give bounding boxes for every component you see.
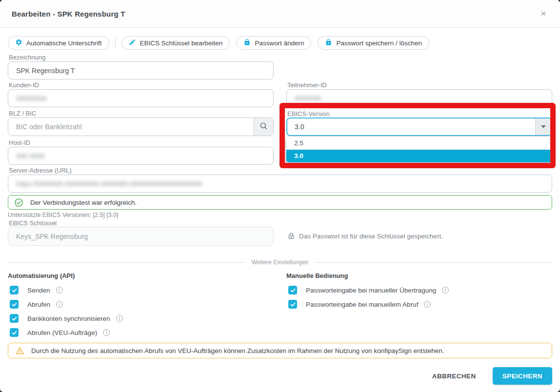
info-icon[interactable]: i <box>56 287 63 294</box>
checkbox-label: Abrufen <box>27 301 50 308</box>
checkbox-checked[interactable] <box>288 286 297 294</box>
save-delete-password-button[interactable]: Passwort speichern / löschen <box>318 36 429 50</box>
checkbox-checked[interactable] <box>10 300 19 309</box>
dropdown-toggle[interactable] <box>535 118 551 135</box>
blz-bic-input[interactable] <box>8 118 254 136</box>
dropdown-option-3-0[interactable]: 3.0 <box>286 150 552 162</box>
blz-bic-label: BLZ / BIC <box>9 110 36 117</box>
teilnehmer-id-input[interactable]: 0000000 <box>286 89 552 107</box>
close-icon[interactable]: × <box>538 8 549 20</box>
server-url-input[interactable]: https://0000000.000000000-0000000.00/000… <box>8 175 552 193</box>
ebics-keys-label: EBICS Schlüssel <box>9 219 57 227</box>
save-button[interactable]: SPEICHERN <box>493 367 552 385</box>
host-id-input[interactable]: 000 0000 <box>8 147 274 165</box>
masked-value: 00000000 <box>16 95 46 102</box>
pencil-icon <box>129 39 136 47</box>
checkbox-checked[interactable] <box>10 286 19 294</box>
dialog-header: Bearbeiten - SPK Regensburg T × <box>0 0 560 28</box>
kunden-id-label: Kunden-ID <box>9 81 39 89</box>
toolbar: Automatische Unterschrift EBICS Schlüsse… <box>8 36 429 50</box>
edit-ebics-dialog: Bearbeiten - SPK Regensburg T × Automati… <box>0 0 560 392</box>
checkbox-row-senden: Senden i <box>8 285 63 295</box>
masked-value: https://0000000.000000000-0000000.00/000… <box>16 180 202 188</box>
info-icon[interactable]: i <box>424 301 431 308</box>
checkbox-label: Senden <box>27 287 50 294</box>
lock-icon <box>325 39 332 47</box>
warning-text: Durch die Nutzung des automatischen Abru… <box>31 347 444 354</box>
ebics-keys-value: Keys_SPK Regensburg <box>16 233 88 240</box>
checkbox-checked[interactable] <box>10 314 19 323</box>
info-icon[interactable]: i <box>56 301 63 308</box>
info-icon[interactable]: i <box>116 315 123 322</box>
password-saved-note: Das Passwort ist für diese Schlüssel ges… <box>287 232 443 240</box>
checkbox-row-bankkonten-sync: Bankkonten synchronisieren i <box>8 313 123 324</box>
bezeichnung-label: Bezeichnung <box>9 54 45 61</box>
checkbox-row-abrufen-veu: Abrufen (VEU-Aufträge) i <box>8 327 110 338</box>
connection-success-banner: Der Verbindungstest war erfolgreich. <box>8 195 552 210</box>
checkbox-checked[interactable] <box>10 328 19 337</box>
masked-value: 0000000 <box>295 95 321 102</box>
settings-divider: Weitere Einstellungen <box>8 259 552 266</box>
dialog-title: Bearbeiten - SPK Regensburg T <box>12 0 125 28</box>
ebics-keys-input: Keys_SPK Regensburg <box>8 227 274 246</box>
host-id-label: Host-ID <box>9 139 30 146</box>
checkbox-label: Passworteingabe bei manueller Übertragun… <box>306 287 436 294</box>
ebics-version-selected-value: 3.0 <box>287 123 535 131</box>
lock-check-icon <box>287 232 295 240</box>
gear-icon <box>15 39 22 47</box>
password-saved-text: Das Passwort ist für diese Schlüssel ges… <box>299 233 443 240</box>
automation-section-title: Automatisierung (API) <box>8 272 75 279</box>
edit-ebics-keys-button[interactable]: EBICS Schlüssel bearbeiten <box>121 36 230 50</box>
divider-line <box>315 262 552 263</box>
check-circle-icon <box>14 198 23 207</box>
info-icon[interactable]: i <box>103 329 110 336</box>
ebics-version-dropdown-menu: 2.5 3.0 <box>286 137 552 164</box>
automatic-signature-button[interactable]: Automatische Unterschrift <box>8 36 109 50</box>
lock-icon <box>243 39 251 47</box>
server-url-label: Server-Adresse (URL) <box>9 167 72 174</box>
kunden-id-input[interactable]: 00000000 <box>8 89 274 107</box>
bank-search-button[interactable] <box>254 118 273 136</box>
checkbox-label: Passworteingabe bei manuellem Abruf <box>306 301 418 308</box>
toolbar-divider <box>115 37 116 49</box>
teilnehmer-id-label: Teilnehmer-ID <box>287 81 327 89</box>
checkbox-row-pw-uebertragung: Passworteingabe bei manueller Übertragun… <box>286 285 449 295</box>
dialog-footer: ABBRECHEN SPEICHERN <box>428 367 552 385</box>
chevron-down-icon <box>541 125 546 128</box>
checkbox-checked[interactable] <box>288 300 297 309</box>
divider-line <box>8 262 245 263</box>
search-icon <box>259 121 268 133</box>
toolbar-button-label: Passwort speichern / löschen <box>336 39 422 47</box>
connection-success-text: Der Verbindungstest war erfolgreich. <box>30 199 137 206</box>
toolbar-button-label: Automatische Unterschrift <box>26 39 102 47</box>
checkbox-row-pw-abruf: Passworteingabe bei manuellem Abruf i <box>286 299 431 310</box>
ebics-version-label: EBICS-Version <box>287 110 330 118</box>
checkbox-label: Abrufen (VEU-Aufträge) <box>27 329 97 336</box>
bezeichnung-input[interactable] <box>8 61 274 79</box>
veu-cost-warning-banner: Durch die Nutzung des automatischen Abru… <box>8 343 552 358</box>
masked-value: 000 0000 <box>16 152 44 160</box>
supported-versions-text: Unterstützte EBICS Versionen: [2.5] [3.0… <box>8 212 119 218</box>
cancel-button[interactable]: ABBRECHEN <box>428 368 480 385</box>
change-password-button[interactable]: Passwort ändern <box>236 36 311 50</box>
info-icon[interactable]: i <box>442 287 449 294</box>
checkbox-label: Bankkonten synchronisieren <box>27 315 110 322</box>
toolbar-button-label: Passwort ändern <box>255 39 304 47</box>
manual-section-title: Manuelle Bedienung <box>286 272 348 279</box>
blz-bic-group <box>8 118 274 136</box>
toolbar-button-label: EBICS Schlüssel bearbeiten <box>140 39 223 47</box>
dropdown-option-2-5[interactable]: 2.5 <box>286 137 552 150</box>
divider-label: Weitere Einstellungen <box>245 259 316 266</box>
checkbox-row-abrufen: Abrufen i <box>8 299 63 310</box>
ebics-version-select[interactable]: 3.0 <box>286 118 552 136</box>
warning-triangle-icon <box>15 346 24 355</box>
